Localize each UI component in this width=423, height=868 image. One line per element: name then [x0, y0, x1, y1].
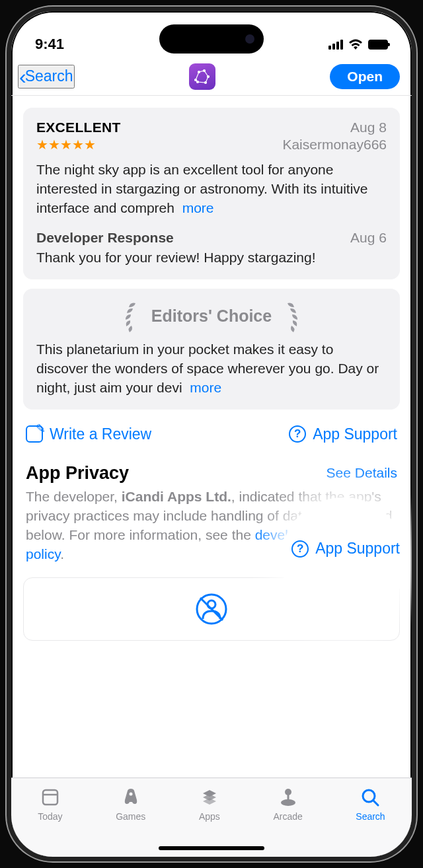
arcade-icon	[278, 785, 299, 810]
svg-rect-9	[43, 790, 58, 805]
tab-bar: Today Games Apps Arcade Search	[11, 778, 412, 857]
games-icon	[120, 785, 141, 810]
laurel-left-icon	[117, 301, 142, 332]
privacy-card[interactable]	[23, 577, 400, 641]
tab-arcade[interactable]: Arcade	[273, 785, 302, 857]
back-button[interactable]: ‹ Search	[18, 65, 75, 89]
see-details-link[interactable]: See Details	[327, 465, 397, 481]
editors-choice-title: Editors' Choice	[151, 307, 272, 326]
compose-icon	[26, 425, 43, 443]
svg-point-14	[281, 799, 295, 806]
write-review-button[interactable]: Write a Review	[26, 425, 151, 443]
editors-choice-card[interactable]: Editors' Choice This planetarium in your…	[23, 289, 400, 410]
review-body: The night sky app is an excellent tool f…	[36, 161, 387, 218]
review-title: EXCELLENT	[36, 120, 121, 135]
dev-response-title: Developer Response	[36, 230, 174, 246]
review-more-link[interactable]: more	[182, 200, 214, 215]
svg-point-3	[207, 75, 209, 77]
app-support-button[interactable]: ? App Support	[289, 425, 397, 443]
editors-choice-body: This planetarium in your pocket makes it…	[36, 340, 387, 398]
question-icon: ?	[289, 425, 306, 443]
svg-point-11	[129, 793, 132, 796]
svg-point-0	[194, 79, 196, 81]
laurel-right-icon	[281, 301, 306, 332]
status-time: 9:41	[35, 36, 64, 53]
review-author: Kaisermonay666	[282, 137, 387, 153]
app-icon[interactable]	[189, 63, 215, 90]
svg-line-16	[373, 801, 378, 805]
open-button[interactable]: Open	[330, 64, 400, 89]
tab-games[interactable]: Games	[116, 785, 145, 857]
app-support-highlight[interactable]: ? App Support	[291, 540, 400, 558]
back-label: Search	[25, 67, 73, 85]
wifi-icon	[348, 39, 363, 50]
search-icon	[360, 785, 380, 810]
write-review-label: Write a Review	[50, 425, 151, 443]
no-tracking-icon	[195, 593, 228, 626]
dev-response-body: Thank you for your review! Happy stargaz…	[36, 248, 387, 268]
nav-bar: ‹ Search Open	[11, 57, 412, 96]
review-date: Aug 8	[350, 120, 387, 135]
svg-point-5	[196, 81, 198, 83]
home-indicator[interactable]	[159, 846, 264, 850]
battery-icon	[368, 40, 388, 50]
question-icon: ?	[291, 540, 309, 558]
svg-point-2	[203, 69, 205, 71]
svg-point-1	[198, 71, 200, 73]
tab-today[interactable]: Today	[38, 785, 62, 857]
review-stars: ★★★★★	[36, 137, 96, 153]
svg-point-4	[204, 81, 206, 83]
apps-icon	[199, 785, 220, 810]
dev-response-date: Aug 6	[350, 230, 387, 246]
signal-icon	[328, 39, 343, 50]
review-card[interactable]: EXCELLENT Aug 8 ★★★★★ Kaisermonay666 The…	[23, 108, 400, 279]
developer-name: iCandi Apps Ltd.	[122, 489, 231, 504]
tab-search[interactable]: Search	[356, 785, 385, 857]
app-privacy-title: App Privacy	[26, 463, 129, 484]
app-support-label: App Support	[313, 425, 397, 443]
editors-more-link[interactable]: more	[190, 380, 221, 395]
today-icon	[40, 785, 60, 810]
